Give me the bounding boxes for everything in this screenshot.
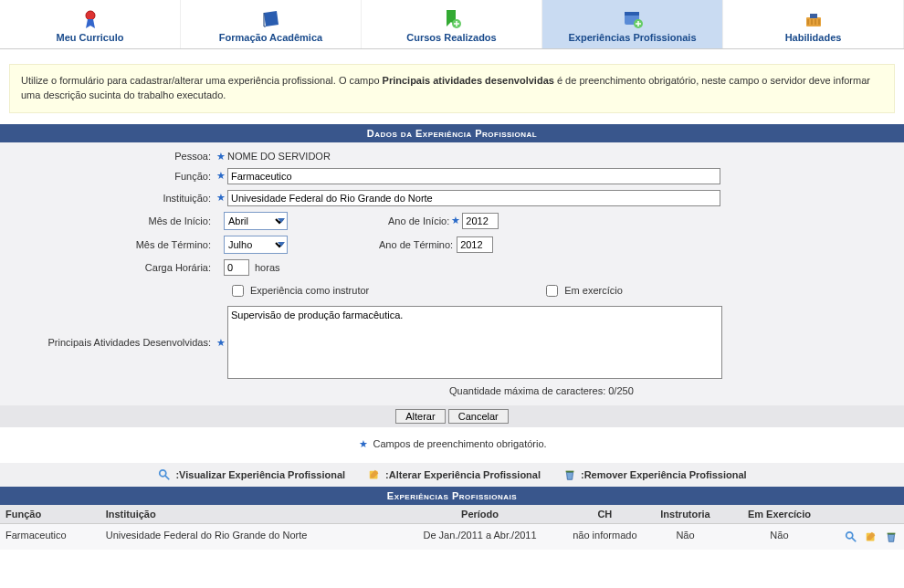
cell-exercicio: Não bbox=[728, 523, 831, 550]
legend-alterar: :Alterar Experiência Profissional bbox=[385, 469, 541, 480]
input-instituicao[interactable] bbox=[227, 190, 720, 206]
th-exercicio: Em Exercício bbox=[728, 505, 831, 524]
table-row: Farmaceutico Univesidade Federal do Rio … bbox=[0, 523, 904, 550]
input-ano-inicio[interactable] bbox=[462, 213, 499, 229]
required-star: ★ bbox=[359, 438, 368, 449]
label-principais: Principais Atividades Desenvolvidas: bbox=[9, 306, 215, 348]
input-carga[interactable] bbox=[224, 259, 249, 276]
experiencias-table: Função Instituição Período CH Instrutori… bbox=[0, 505, 904, 550]
svg-point-0 bbox=[86, 11, 95, 20]
ribbon-icon bbox=[79, 8, 101, 30]
label-mes-termino: Mês de Término: bbox=[9, 239, 215, 250]
checkbox-exercicio[interactable] bbox=[546, 285, 558, 297]
required-note: ★ Campos de preenchimento obrigatório. bbox=[0, 427, 904, 463]
form-experiencia: Pessoa: ★ NOME DO SERVIDOR Função: ★ Ins… bbox=[0, 142, 904, 405]
tools-icon bbox=[803, 8, 825, 30]
button-bar: Alterar Cancelar bbox=[0, 405, 904, 427]
label-instituicao: Instituição: bbox=[9, 193, 215, 204]
edit-icon bbox=[367, 467, 382, 482]
input-funcao[interactable] bbox=[227, 168, 720, 184]
tab-label: Meu Curriculo bbox=[57, 32, 124, 43]
legend-remover: :Remover Experiência Profissional bbox=[581, 469, 747, 480]
cell-instituicao: Univesidade Federal do Rio Grande do Nor… bbox=[100, 523, 394, 550]
info-box: Utilize o formulário para cadastrar/alte… bbox=[9, 64, 895, 113]
section-header-dados: Dados da Experiência Profissional bbox=[0, 124, 904, 142]
th-instrutoria: Instrutoria bbox=[643, 505, 728, 524]
svg-rect-6 bbox=[810, 14, 817, 18]
th-actions bbox=[831, 505, 904, 524]
alterar-button[interactable]: Alterar bbox=[395, 409, 445, 424]
input-ano-termino[interactable] bbox=[457, 236, 493, 253]
char-count: Quantidade máxima de caracteres: 0/250 bbox=[9, 382, 895, 400]
required-note-text: Campos de preenchimento obrigatório. bbox=[373, 438, 546, 449]
value-pessoa: NOME DO SERVIDOR bbox=[227, 151, 331, 162]
legend-bar: :Visualizar Experiência Profissional :Al… bbox=[0, 463, 904, 487]
checkbox-instrutor[interactable] bbox=[232, 285, 244, 297]
svg-rect-9 bbox=[566, 471, 574, 473]
cell-funcao: Farmaceutico bbox=[0, 523, 100, 550]
required-star: ★ bbox=[216, 151, 226, 163]
th-instituicao: Instituição bbox=[100, 505, 394, 524]
cancelar-button[interactable]: Cancelar bbox=[448, 409, 509, 424]
tab-label: Experiências Profissionais bbox=[568, 32, 696, 43]
required-star: ★ bbox=[451, 215, 460, 226]
info-text-bold: Principais atividades desenvolvidas bbox=[383, 75, 554, 86]
th-periodo: Período bbox=[394, 505, 567, 524]
book-icon bbox=[260, 8, 282, 30]
tab-label: Habilidades bbox=[785, 32, 842, 43]
th-ch: CH bbox=[567, 505, 644, 524]
tab-meu-curriculo[interactable]: Meu Curriculo bbox=[0, 0, 181, 48]
label-ano-termino: Ano de Término: bbox=[379, 239, 453, 250]
required-star: ★ bbox=[216, 192, 226, 204]
required-star: ★ bbox=[216, 306, 226, 349]
row-delete-icon[interactable] bbox=[884, 530, 899, 544]
label-pessoa: Pessoa: bbox=[9, 151, 215, 162]
svg-rect-3 bbox=[625, 12, 639, 16]
tab-label: Formação Acadêmica bbox=[219, 32, 322, 43]
label-mes-inicio: Mês de Início: bbox=[9, 215, 215, 226]
svg-point-7 bbox=[160, 470, 166, 477]
label-ano-inicio: Ano de Início: bbox=[388, 215, 449, 226]
label-chk-exercicio: Em exercício bbox=[564, 285, 623, 296]
tab-habilidades[interactable]: Habilidades bbox=[723, 0, 904, 48]
th-funcao: Função bbox=[0, 505, 100, 524]
cell-instrutoria: Não bbox=[643, 523, 728, 550]
tab-cursos-realizados[interactable]: Cursos Realizados bbox=[362, 0, 542, 48]
required-star: ★ bbox=[216, 170, 226, 182]
textarea-principais[interactable] bbox=[227, 306, 722, 379]
bookmark-add-icon bbox=[441, 8, 463, 30]
cell-periodo: De Jan./2011 a Abr./2011 bbox=[394, 523, 567, 550]
label-horas: horas bbox=[255, 262, 280, 273]
tab-label: Cursos Realizados bbox=[406, 32, 496, 43]
section-header-list: Experiências Profissionais bbox=[0, 487, 904, 505]
select-mes-inicio[interactable]: Abril bbox=[224, 212, 288, 230]
magnifier-icon bbox=[157, 467, 172, 482]
svg-rect-12 bbox=[888, 533, 896, 535]
row-view-icon[interactable] bbox=[844, 530, 858, 544]
label-funcao: Função: bbox=[9, 171, 215, 182]
tab-formacao-academica[interactable]: Formação Acadêmica bbox=[181, 0, 362, 48]
top-tabs: Meu Curriculo Formação Acadêmica Cursos … bbox=[0, 0, 904, 49]
label-carga: Carga Horária: bbox=[9, 262, 215, 273]
svg-point-10 bbox=[846, 532, 853, 539]
row-edit-icon[interactable] bbox=[864, 530, 878, 544]
label-chk-instrutor: Experiência como instrutor bbox=[250, 285, 369, 296]
cell-ch: não informado bbox=[567, 523, 644, 550]
table-header-row: Função Instituição Período CH Instrutori… bbox=[0, 505, 904, 524]
select-mes-termino[interactable]: Julho bbox=[224, 236, 288, 254]
info-text-prefix: Utilize o formulário para cadastrar/alte… bbox=[21, 75, 383, 86]
tab-experiencias-profissionais[interactable]: Experiências Profissionais bbox=[542, 0, 723, 48]
legend-visualizar: :Visualizar Experiência Profissional bbox=[175, 469, 345, 480]
calendar-add-icon bbox=[622, 8, 644, 30]
trash-icon bbox=[562, 467, 577, 482]
